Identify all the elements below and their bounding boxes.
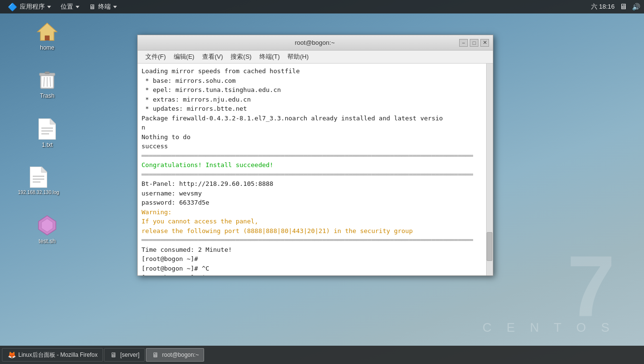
desktop-icon-log[interactable]: 192.168.32.130.log [19, 164, 58, 197]
terminal-taskbar-label: root@bogon:~ [162, 351, 199, 358]
script-icon [36, 214, 59, 237]
terminal-title: root@bogon:~ [170, 39, 459, 46]
txt-file-icon [36, 117, 59, 141]
app-menu-arrow [47, 6, 51, 8]
log-file-label: 192.168.32.130.log [18, 190, 59, 195]
terminal-scrollbar-thumb[interactable] [487, 232, 492, 261]
maximize-button[interactable]: □ [470, 39, 478, 47]
terminal-menu-view[interactable]: 查看(V) [198, 52, 227, 62]
minimize-button[interactable]: − [459, 39, 468, 47]
txt-file-label: 1.txt [42, 142, 53, 148]
desktop-icon-home[interactable]: home [28, 18, 66, 53]
taskbar-item-server[interactable]: 🖥 [server] [104, 348, 145, 362]
trash-label: Trash [40, 92, 54, 99]
terminal-scrollbar[interactable] [486, 64, 493, 275]
svg-line-6 [44, 77, 44, 87]
speaker-icon: 🔊 [632, 3, 640, 11]
terminal-menubar: 文件(F) 编辑(E) 查看(V) 搜索(S) 终端(T) 帮助(H) [138, 51, 493, 64]
terminal-window: root@bogon:~ − □ ✕ 文件(F) 编辑(E) 查看(V) 搜索(… [137, 35, 493, 276]
taskbar-item-firefox[interactable]: 🦊 Linux后台面板 - Mozilla Firefox [2, 348, 103, 362]
datetime: 六 18:16 [591, 2, 615, 11]
terminal-titlebar: root@bogon:~ − □ ✕ [138, 35, 493, 51]
taskbar-bottom: 🦊 Linux后台面板 - Mozilla Firefox 🖥 [server]… [0, 346, 644, 364]
terminal-menu-terminal[interactable]: 终端(T) [256, 52, 284, 62]
svg-rect-1 [45, 36, 50, 40]
taskbar-item-terminal[interactable]: 🖥 root@bogon:~ [146, 348, 205, 362]
terminal-menu-arrow [113, 6, 117, 8]
svg-rect-5 [45, 72, 50, 74]
taskbar-top-right: 六 18:16 🖥 🔊 [591, 2, 640, 11]
svg-marker-15 [41, 167, 47, 172]
close-button[interactable]: ✕ [480, 39, 489, 47]
centos-number: 7 [482, 243, 615, 330]
terminal-menu-file[interactable]: 文件(F) [142, 52, 170, 62]
centos-watermark: 7 C E N T O S [482, 243, 615, 335]
server-icon: 🖥 [109, 351, 118, 359]
trash-icon [36, 68, 59, 91]
terminal-menu[interactable]: 🖥 终端 [85, 1, 121, 12]
firefox-icon: 🦊 [7, 351, 16, 359]
server-label: [server] [120, 351, 140, 358]
taskbar-top: 🔷 应用程序 位置 🖥 终端 六 18:16 🖥 🔊 [0, 0, 644, 13]
terminal-menu-search[interactable]: 搜索(S) [227, 52, 255, 62]
location-menu[interactable]: 位置 [57, 1, 83, 12]
home-icon [36, 20, 59, 43]
home-label: home [40, 44, 54, 51]
terminal-menu-help[interactable]: 帮助(H) [283, 52, 312, 62]
desktop-icon-script[interactable]: test.sh [28, 212, 66, 247]
svg-marker-10 [50, 118, 56, 124]
monitor-icon: 🖥 [619, 2, 627, 11]
centos-text: C E N T O S [482, 320, 615, 335]
firefox-label: Linux后台面板 - Mozilla Firefox [18, 351, 98, 359]
script-label: test.sh [39, 238, 55, 245]
log-file-icon [27, 166, 50, 189]
terminal-window-controls: − □ ✕ [459, 39, 489, 47]
desktop-icon-trash[interactable]: Trash [28, 66, 66, 101]
terminal-body[interactable]: Loading mirror speeds from cached hostfi… [138, 64, 493, 275]
terminal-menu-edit[interactable]: 编辑(E) [170, 52, 198, 62]
location-menu-arrow [76, 6, 79, 8]
svg-line-8 [50, 77, 51, 87]
desktop-icon-txt[interactable]: 1.txt [28, 116, 66, 150]
app-menu[interactable]: 🔷 应用程序 [4, 1, 55, 13]
taskbar-top-left: 🔷 应用程序 位置 🖥 终端 [4, 1, 121, 13]
terminal-taskbar-icon: 🖥 [151, 351, 160, 359]
terminal-output: Loading mirror speeds from cached hostfi… [142, 66, 489, 275]
